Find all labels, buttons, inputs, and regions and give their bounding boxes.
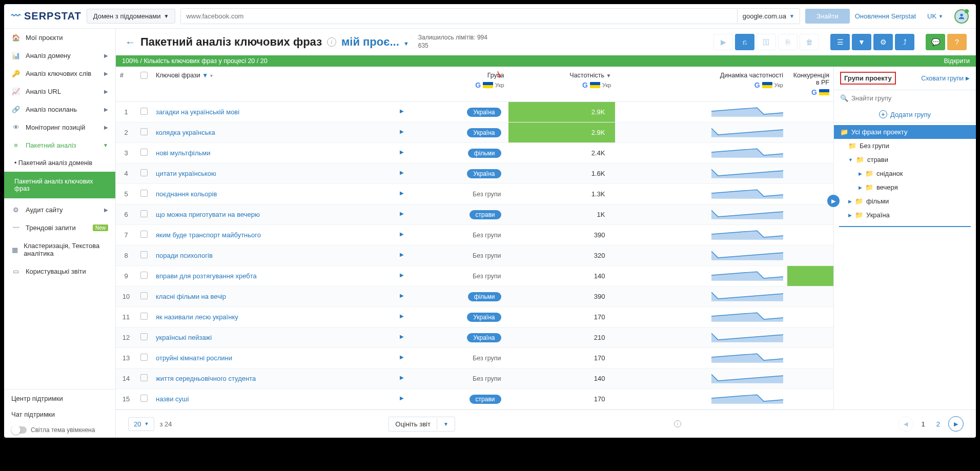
settings-button[interactable]: ⚙: [873, 34, 893, 50]
col-dynamics[interactable]: Динаміка частотності GУкр: [615, 67, 787, 102]
group-pill[interactable]: Україна: [467, 128, 501, 137]
sidebar-item-projects[interactable]: 🏠Мої проєкти: [4, 29, 115, 47]
group-pill[interactable]: фільми: [468, 149, 501, 158]
copy-button[interactable]: ⎘: [778, 34, 798, 50]
info-icon[interactable]: i: [674, 420, 681, 427]
expand-icon[interactable]: ▶: [400, 293, 404, 298]
col-competition[interactable]: Конкуренція в PF G: [787, 67, 833, 102]
keyword-link[interactable]: яким буде транспорт майбутнього: [156, 231, 261, 239]
col-keywords[interactable]: Ключові фрази ▼ ▾: [152, 67, 411, 102]
col-frequency[interactable]: Частотність ▼ GУкр: [508, 67, 616, 102]
sidebar-item-site-audit[interactable]: ⚙Аудит сайту▶: [4, 201, 115, 219]
row-checkbox[interactable]: [140, 128, 148, 135]
sidebar-item-rank-tracker[interactable]: 👁Моніторинг позицій▶: [4, 118, 115, 136]
keyword-link[interactable]: нові мультфільми: [156, 149, 211, 157]
expand-icon[interactable]: ▶: [400, 190, 404, 196]
keyword-link[interactable]: життя середньовічного студента: [156, 375, 256, 382]
group-pill[interactable]: страви: [469, 210, 501, 219]
hide-groups-link[interactable]: Сховати групи ▶: [921, 75, 970, 82]
expand-icon[interactable]: ▶: [400, 375, 404, 380]
sidebar-item-batch-analysis[interactable]: ≡Пакетний аналіз▼: [4, 136, 115, 154]
group-pill[interactable]: Україна: [467, 313, 501, 322]
support-center-link[interactable]: Центр підтримки: [4, 391, 115, 406]
keyword-link[interactable]: поєднання кольорів: [156, 190, 217, 198]
row-checkbox[interactable]: [140, 210, 148, 217]
group-tree-node[interactable]: 📁Усі фрази проекту: [834, 125, 976, 139]
keyword-link[interactable]: класні фільми на вечір: [156, 293, 226, 300]
keyword-link[interactable]: назви суші: [156, 395, 189, 403]
group-tree-node[interactable]: ▶📁Україна: [834, 208, 976, 222]
row-checkbox[interactable]: [140, 313, 148, 320]
next-page-button[interactable]: ▶: [948, 416, 964, 432]
sidebar-item-trend-queries[interactable]: 〰Трендові запитиNew: [4, 219, 115, 237]
keyword-link[interactable]: що можна приготувати на вечерю: [156, 211, 260, 218]
sidebar-sub-batch-keywords[interactable]: Пакетний аналіз ключових фраз: [4, 172, 115, 198]
row-checkbox[interactable]: [140, 231, 148, 238]
expand-icon[interactable]: ▶: [400, 272, 404, 278]
group-pill[interactable]: страви: [469, 395, 501, 404]
row-checkbox[interactable]: [140, 251, 148, 258]
keyword-link[interactable]: колядка українська: [156, 129, 215, 136]
search-engine-select[interactable]: google.com.ua ▼: [737, 9, 800, 23]
sidebar-item-keyword-analysis[interactable]: 🔑Аналіз ключових слів▶: [4, 65, 115, 83]
expand-icon[interactable]: ▶: [400, 334, 404, 339]
sidebar-item-url-analysis[interactable]: 📈Аналіз URL▶: [4, 83, 115, 100]
expand-icon[interactable]: ▶: [400, 395, 404, 401]
updates-link[interactable]: Оновлення Serpstat: [855, 12, 916, 20]
filter-button[interactable]: ▼: [852, 34, 871, 50]
logo[interactable]: 〰 SERPSTAT: [11, 10, 81, 22]
group-pill[interactable]: Україна: [467, 169, 501, 178]
expand-icon[interactable]: ▶: [400, 313, 404, 319]
group-pill[interactable]: Україна: [467, 333, 501, 342]
columns-button[interactable]: ☰: [830, 34, 850, 50]
keyword-link[interactable]: як називали лесю українку: [156, 313, 238, 321]
row-checkbox[interactable]: [140, 190, 148, 197]
back-arrow[interactable]: ←: [125, 36, 135, 48]
play-button[interactable]: ▶: [713, 34, 733, 50]
group-tree-node[interactable]: ▼📁страви: [834, 153, 976, 167]
row-checkbox[interactable]: [140, 395, 148, 402]
keyword-link[interactable]: українські пейзажі: [156, 334, 212, 341]
expand-icon[interactable]: ▶: [400, 211, 404, 216]
row-checkbox[interactable]: [140, 374, 148, 381]
delete-button[interactable]: 🗑: [800, 34, 819, 50]
row-checkbox[interactable]: [140, 108, 148, 115]
row-checkbox[interactable]: [140, 333, 148, 340]
sidebar-item-clustering[interactable]: ▦Кластеризація, Текстова аналітика: [4, 237, 115, 262]
key-button[interactable]: ⚿: [757, 34, 776, 50]
group-tree-node[interactable]: ▶📁сніданок: [834, 167, 976, 180]
group-search-input[interactable]: [851, 94, 970, 102]
group-pill[interactable]: фільми: [468, 292, 501, 301]
expand-icon[interactable]: ▶: [400, 129, 404, 134]
expand-icon[interactable]: ▶: [400, 170, 404, 175]
row-checkbox[interactable]: [140, 354, 148, 361]
page-size-select[interactable]: 20 ▼: [128, 417, 154, 431]
group-tree-node[interactable]: 📁Без групи: [834, 139, 976, 153]
collapse-panel-button[interactable]: ▶: [827, 195, 840, 207]
keyword-link[interactable]: вправи для розтягування хребта: [156, 272, 257, 280]
add-button[interactable]: ⎌: [735, 34, 754, 50]
keyword-link[interactable]: отруйні кімнатні рослини: [156, 354, 232, 362]
page-1[interactable]: 1: [918, 420, 928, 428]
page-2[interactable]: 2: [933, 420, 943, 428]
row-checkbox[interactable]: [140, 292, 148, 299]
group-pill[interactable]: Україна: [467, 108, 501, 117]
export-button[interactable]: ⤴: [895, 34, 914, 50]
domain-mode-select[interactable]: Домен з піддоменами ▼: [87, 9, 176, 24]
theme-toggle[interactable]: [11, 426, 27, 434]
row-checkbox[interactable]: [140, 149, 148, 156]
find-button[interactable]: Знайти: [805, 9, 850, 24]
help-button[interactable]: ?: [947, 34, 967, 50]
domain-search-input[interactable]: [181, 9, 737, 24]
expand-icon[interactable]: ▶: [400, 354, 404, 360]
select-all-checkbox[interactable]: [140, 72, 148, 79]
info-icon[interactable]: i: [327, 37, 336, 47]
lang-select[interactable]: UK ▼: [927, 12, 943, 20]
avatar[interactable]: [954, 9, 969, 24]
expand-icon[interactable]: ▶: [400, 149, 404, 155]
row-checkbox[interactable]: [140, 272, 148, 279]
expand-icon[interactable]: ▶: [400, 252, 404, 257]
project-name-select[interactable]: мій проє... ▼: [341, 35, 409, 49]
sidebar-item-backlink-analysis[interactable]: 🔗Аналіз посилань▶: [4, 100, 115, 118]
table-wrap[interactable]: # Ключові фрази ▼ ▾ Група GУкр: [116, 67, 833, 409]
